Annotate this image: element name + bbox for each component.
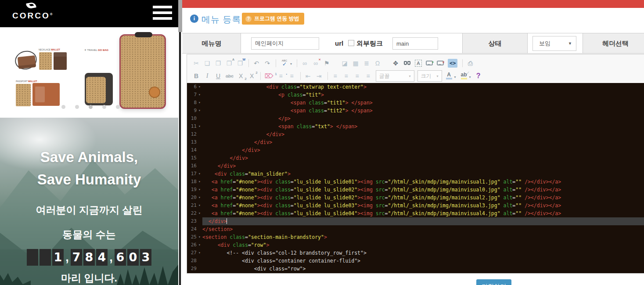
corco-logo[interactable]: CORCO® bbox=[12, 2, 50, 20]
cut-icon[interactable]: ✂ bbox=[193, 59, 200, 68]
fold-arrow-icon[interactable]: ▾ bbox=[197, 194, 202, 202]
undo-icon[interactable]: ↶ bbox=[253, 59, 260, 68]
code-line[interactable]: 27▾ <!-- <div class="col-12 brandstory_r… bbox=[187, 249, 644, 257]
fold-arrow-icon[interactable]: ▾ bbox=[197, 107, 202, 115]
fold-arrow-icon[interactable]: ▾ bbox=[197, 233, 202, 241]
spellcheck-button[interactable]: ABC✓ bbox=[280, 59, 289, 68]
paste-word-icon[interactable]: ❐W bbox=[237, 59, 244, 68]
fold-arrow-icon[interactable]: ▾ bbox=[197, 186, 202, 194]
fold-arrow-icon[interactable]: ▾ bbox=[197, 99, 202, 107]
code-line[interactable]: 25▾<section class="section-main-brandsto… bbox=[187, 233, 644, 241]
print-icon[interactable]: ⎙ bbox=[467, 59, 474, 68]
add-memo-icon[interactable]: + bbox=[426, 61, 433, 65]
dropdown-arrow-icon[interactable]: ▾ bbox=[469, 75, 471, 79]
image-icon[interactable]: ◪ bbox=[341, 59, 348, 68]
source-button[interactable]: <> bbox=[448, 59, 457, 68]
fold-arrow-icon[interactable]: ▾ bbox=[197, 83, 202, 91]
dropdown-arrow-icon[interactable]: ▾ bbox=[290, 62, 292, 66]
subscript-button[interactable]: X2 bbox=[237, 72, 245, 80]
font-size-select[interactable]: 크기▾ bbox=[417, 70, 442, 82]
carousel-dot[interactable] bbox=[116, 105, 120, 109]
dropdown-arrow-icon[interactable]: ▾ bbox=[454, 75, 456, 79]
scrollbar-thumb[interactable] bbox=[178, 0, 182, 32]
unlink-icon[interactable]: ∞✕ bbox=[312, 59, 319, 68]
align-left-icon[interactable]: ≡ bbox=[332, 72, 339, 80]
bullet-list-icon[interactable]: ≡• bbox=[288, 72, 295, 80]
superscript-button[interactable]: X2 bbox=[248, 72, 255, 80]
paste-text-icon[interactable]: ❐A bbox=[226, 59, 233, 68]
fold-arrow-icon[interactable]: ▾ bbox=[197, 91, 202, 99]
copy-icon[interactable]: ❏ bbox=[204, 59, 211, 68]
code-line[interactable]: 9▾ <span class="tit2"> </span> bbox=[187, 107, 644, 115]
maximize-icon[interactable]: ✥ bbox=[392, 59, 399, 68]
code-line[interactable]: 28 <div class="container container-fluid… bbox=[187, 257, 644, 265]
about-help-icon[interactable]: ? bbox=[475, 72, 482, 80]
code-line[interactable]: 24</section> bbox=[187, 225, 644, 233]
menu-name-input[interactable] bbox=[251, 37, 319, 50]
table-icon[interactable]: ▦ bbox=[352, 59, 359, 68]
fold-arrow-icon[interactable]: ▾ bbox=[197, 178, 202, 186]
anchor-flag-icon[interactable]: ⚑ bbox=[323, 59, 330, 68]
align-center-icon[interactable]: ≡ bbox=[343, 72, 350, 80]
code-line[interactable]: 22▾ <a href="#none"><div class="lu_slide… bbox=[187, 209, 644, 217]
carousel-dot[interactable] bbox=[102, 105, 106, 109]
source-code-area[interactable]: 6▾ <div class="txtwrap text-center">7▾ <… bbox=[187, 83, 644, 273]
code-line[interactable]: 17▾ <div class="main_slider"> bbox=[187, 170, 644, 178]
code-line[interactable]: 23 </div> bbox=[187, 217, 644, 225]
fold-arrow-icon[interactable]: ▾ bbox=[197, 249, 202, 257]
url-input[interactable] bbox=[392, 37, 438, 50]
find-replace-icon[interactable] bbox=[403, 59, 411, 68]
redo-icon[interactable]: ↷ bbox=[264, 59, 271, 68]
hamburger-menu-icon[interactable] bbox=[153, 6, 172, 23]
code-line[interactable]: 16 </div> bbox=[187, 162, 644, 170]
code-line[interactable]: 14 </div> bbox=[187, 146, 644, 154]
code-line[interactable]: 26▾ <div class="row"> bbox=[187, 241, 644, 249]
carousel-dot-active[interactable] bbox=[89, 105, 93, 109]
underline-button[interactable]: U bbox=[215, 72, 222, 80]
text-color-button[interactable]: A bbox=[445, 72, 453, 80]
fold-arrow-icon[interactable]: ▾ bbox=[197, 241, 202, 249]
indent-icon[interactable]: ⇥ bbox=[316, 72, 323, 80]
strikethrough-button[interactable]: abc bbox=[226, 72, 234, 80]
code-line[interactable]: 30 <div class="col-12 col-lg-5 brandstor… bbox=[187, 273, 644, 273]
code-line[interactable]: 20▾ <a href="#none"><div class="lu_slide… bbox=[187, 194, 644, 202]
code-line[interactable]: 8▾ <span class="tit1"> </span> bbox=[187, 99, 644, 107]
code-line[interactable]: 10 </p> bbox=[187, 115, 644, 123]
code-line[interactable]: 11▾ <span class="txt"> </span> bbox=[187, 123, 644, 130]
program-link-help-button[interactable]: ? 프로그램 연동 방법 bbox=[242, 13, 304, 25]
italic-button[interactable]: I bbox=[204, 72, 211, 80]
save-button[interactable]: 저장하기 bbox=[476, 279, 511, 285]
external-link-checkbox[interactable] bbox=[348, 40, 354, 46]
remove-format-icon[interactable]: ⌦ bbox=[265, 72, 273, 80]
code-line[interactable]: 21▾ <a href="#none"><div class="lu_slide… bbox=[187, 202, 644, 209]
ordered-list-icon[interactable]: ≡1 bbox=[277, 72, 284, 80]
delete-memo-icon[interactable]: ✕ bbox=[437, 61, 444, 65]
align-right-icon[interactable]: ≡ bbox=[354, 72, 361, 80]
horizontal-line-icon[interactable]: ≣ bbox=[363, 59, 370, 68]
code-line[interactable]: 18▾ <a href="#none"><div class="lu_slide… bbox=[187, 178, 644, 186]
special-char-icon[interactable]: Ω bbox=[374, 59, 381, 68]
fold-arrow-icon[interactable]: ▾ bbox=[197, 202, 202, 209]
paste-icon[interactable]: ❐ bbox=[215, 59, 222, 68]
outdent-icon[interactable]: ⇤ bbox=[305, 72, 312, 80]
fold-arrow-icon[interactable]: ▾ bbox=[197, 170, 202, 178]
code-line[interactable]: 29 <div class="row"> bbox=[187, 265, 644, 273]
bold-button[interactable]: B bbox=[193, 72, 200, 80]
carousel-dot[interactable] bbox=[61, 105, 65, 109]
fold-arrow-icon[interactable]: ▾ bbox=[197, 209, 202, 217]
code-line[interactable]: 13 </div> bbox=[187, 138, 644, 146]
code-line[interactable]: 12 </div> bbox=[187, 130, 644, 138]
font-family-select[interactable]: 글꼴▾ bbox=[376, 70, 414, 82]
carousel-dots[interactable] bbox=[61, 105, 120, 109]
select-all-icon[interactable]: A bbox=[415, 60, 422, 67]
highlight-color-button[interactable]: ab∕ bbox=[460, 72, 468, 80]
code-line[interactable]: 19▾ <a href="#none"><div class="lu_slide… bbox=[187, 186, 644, 194]
code-line[interactable]: 6▾ <div class="txtwrap text-center"> bbox=[187, 83, 644, 91]
carousel-dot[interactable] bbox=[75, 105, 79, 109]
fold-arrow-icon[interactable]: ▾ bbox=[197, 123, 202, 130]
code-line[interactable]: 15 </div> bbox=[187, 154, 644, 162]
code-line[interactable]: 7▾ <p class="tit"> bbox=[187, 91, 644, 99]
align-justify-icon[interactable]: ≡ bbox=[365, 72, 372, 80]
link-icon[interactable]: ∞ bbox=[301, 59, 308, 68]
status-select[interactable]: 보임 ▼ bbox=[532, 36, 576, 51]
